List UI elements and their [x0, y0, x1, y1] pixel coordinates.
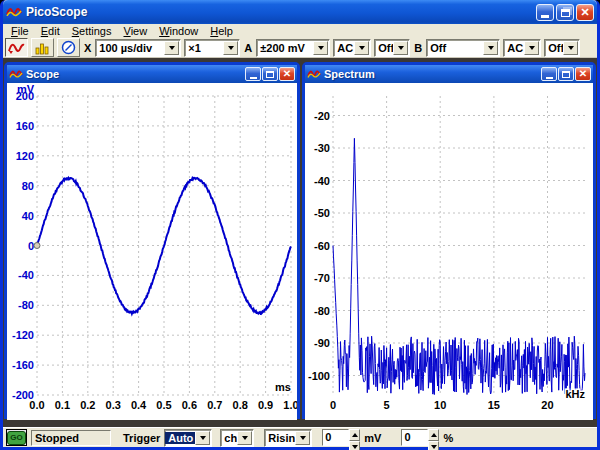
svg-text:0.1: 0.1: [55, 399, 70, 411]
multiplier-value: ×1: [185, 42, 223, 54]
svg-text:-50: -50: [314, 207, 330, 219]
trigger-channel-value: ch A: [221, 432, 237, 444]
scope-minimize-button[interactable]: [245, 67, 261, 81]
picoscope-window: PicoScope ✕ File Edit Settings View Wind…: [0, 0, 600, 450]
trigger-level-unit: mV: [364, 432, 381, 444]
close-icon: ✕: [580, 7, 589, 18]
menu-edit[interactable]: Edit: [35, 25, 66, 37]
menu-window[interactable]: Window: [153, 25, 204, 37]
spectrum-view-button[interactable]: [31, 38, 54, 57]
channel-b-range-select[interactable]: Off: [426, 39, 500, 57]
close-icon: ✕: [579, 69, 587, 79]
chevron-down-icon: [393, 41, 408, 55]
channel-b-coupling-value: AC: [504, 42, 524, 54]
restore-button[interactable]: [556, 4, 574, 21]
menu-settings[interactable]: Settings: [66, 25, 118, 37]
go-button[interactable]: GO: [6, 429, 27, 446]
mdi-workspace: Scope ✕ 20016012080400-40-80-120-160-200…: [3, 58, 597, 427]
spin-down-icon[interactable]: [349, 441, 360, 450]
svg-text:-80: -80: [18, 299, 34, 311]
close-button[interactable]: ✕: [576, 4, 594, 21]
chevron-down-icon: [295, 431, 310, 445]
x-axis-label: X: [83, 42, 92, 54]
spectrum-close-button[interactable]: ✕: [575, 67, 591, 81]
picoscope-icon: [307, 68, 321, 80]
trigger-level-value: 0: [322, 429, 349, 446]
spin-up-icon[interactable]: [349, 429, 360, 441]
minimize-button[interactable]: [536, 4, 554, 21]
channel-b-coupling-select[interactable]: AC: [503, 39, 541, 57]
scope-titlebar[interactable]: Scope ✕: [7, 65, 297, 83]
svg-text:0.0: 0.0: [29, 399, 44, 411]
scope-plot-area: 20016012080400-40-80-120-160-2000.00.10.…: [7, 83, 297, 420]
channel-a-range-select[interactable]: ±200 mV: [256, 39, 330, 57]
channel-b-range-value: Off: [427, 42, 483, 54]
svg-text:120: 120: [16, 150, 34, 162]
scope-plot: 20016012080400-40-80-120-160-2000.00.10.…: [7, 83, 297, 416]
menu-bar: File Edit Settings View Window Help: [3, 24, 597, 38]
channel-a-mode-select[interactable]: Off: [374, 39, 410, 57]
timebase-select[interactable]: 100 µs/div: [95, 39, 181, 57]
trigger-edge-value: Rising: [265, 432, 295, 444]
spin-up-icon[interactable]: [428, 429, 439, 441]
minimize-icon: [250, 77, 257, 79]
status-bar: GO Stopped Trigger Auto ch A Rising 0 mV…: [3, 427, 597, 447]
trigger-edge-select[interactable]: Rising: [264, 429, 312, 447]
menu-file[interactable]: File: [5, 25, 35, 37]
spectrum-window: Spectrum ✕ -20-30-40-50-60-70-80-90-1000…: [302, 62, 596, 419]
close-icon: ✕: [283, 69, 291, 79]
trigger-delay-value: 0: [401, 429, 428, 446]
meter-view-button[interactable]: [57, 38, 80, 57]
trigger-label: Trigger: [123, 432, 160, 444]
trigger-channel-select[interactable]: ch A: [220, 429, 254, 447]
trigger-level-stepper[interactable]: 0: [322, 429, 360, 446]
scope-view-button[interactable]: [5, 38, 28, 57]
spectrum-plot-area: -20-30-40-50-60-70-80-90-10005101520kHz: [305, 83, 593, 420]
picoscope-app-icon: [6, 5, 22, 19]
svg-text:-160: -160: [12, 359, 34, 371]
trigger-delay-unit: %: [443, 432, 453, 444]
spectrum-titlebar[interactable]: Spectrum ✕: [305, 65, 593, 83]
scope-close-button[interactable]: ✕: [279, 67, 295, 81]
chevron-down-icon: [483, 41, 498, 55]
svg-text:-30: -30: [314, 142, 330, 154]
scope-maximize-button[interactable]: [262, 67, 278, 81]
channel-a-label: A: [243, 42, 253, 54]
svg-text:-120: -120: [12, 329, 34, 341]
svg-text:0: 0: [28, 240, 34, 252]
multiplier-select[interactable]: ×1: [184, 39, 240, 57]
window-title: PicoScope: [26, 5, 534, 19]
svg-text:-40: -40: [314, 175, 330, 187]
chevron-down-icon: [164, 41, 179, 55]
chevron-down-icon: [223, 41, 238, 55]
channel-a-range-value: ±200 mV: [257, 42, 313, 54]
svg-text:0.4: 0.4: [131, 399, 147, 411]
menu-help[interactable]: Help: [204, 25, 239, 37]
svg-text:-80: -80: [314, 305, 330, 317]
svg-text:mV: mV: [17, 83, 35, 95]
scope-window: Scope ✕ 20016012080400-40-80-120-160-200…: [4, 62, 300, 419]
maximize-icon: [266, 71, 274, 78]
spectrum-minimize-button[interactable]: [541, 67, 557, 81]
main-titlebar[interactable]: PicoScope ✕: [3, 0, 597, 24]
status-text: Stopped: [31, 430, 111, 446]
channel-b-mode-select[interactable]: Off: [544, 39, 580, 57]
svg-text:1.0: 1.0: [283, 399, 297, 411]
spectrum-maximize-button[interactable]: [558, 67, 574, 81]
trigger-mode-select[interactable]: Auto: [164, 429, 212, 447]
channel-a-coupling-select[interactable]: AC: [333, 39, 371, 57]
svg-text:0: 0: [330, 399, 336, 411]
trigger-mode-value: Auto: [165, 432, 195, 444]
menu-view[interactable]: View: [117, 25, 153, 37]
spin-down-icon[interactable]: [428, 441, 439, 450]
svg-text:15: 15: [488, 399, 500, 411]
svg-text:ms: ms: [275, 381, 291, 393]
spectrum-plot: -20-30-40-50-60-70-80-90-10005101520kHz: [305, 83, 593, 416]
svg-text:0.5: 0.5: [156, 399, 171, 411]
bar-spectrum-icon: [35, 41, 50, 55]
svg-text:0.8: 0.8: [233, 399, 248, 411]
minimize-icon: [541, 15, 549, 18]
toolbar: X 100 µs/div ×1 A ±200 mV AC Off B Off A…: [3, 38, 597, 58]
svg-text:0.2: 0.2: [80, 399, 95, 411]
trigger-delay-stepper[interactable]: 0: [401, 429, 439, 446]
